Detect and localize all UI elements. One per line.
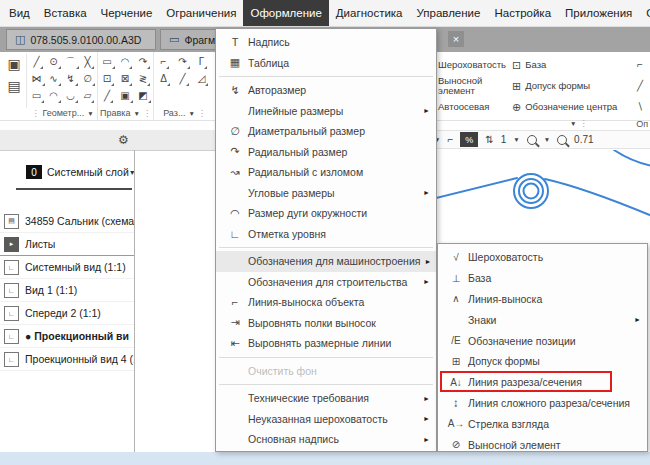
menu-item-lineynye-razmery[interactable]: Линейные размеры►	[216, 101, 436, 122]
chevron-down-icon[interactable]: ▼	[87, 110, 93, 117]
roughness-button[interactable]: Шероховатость	[438, 60, 510, 70]
save-icon[interactable]: ▣	[7, 56, 20, 72]
menu-nastroyka[interactable]: Настройка	[487, 0, 558, 26]
geometry-tool-icon[interactable]: ◡	[66, 91, 75, 101]
menu-upravlenie[interactable]: Управление	[410, 0, 488, 26]
menu-item-tablica[interactable]: ▦Таблица	[216, 53, 436, 74]
grip-icon[interactable]: ⋮	[31, 109, 39, 118]
dimension-tool-icon[interactable]: Δ	[160, 74, 167, 84]
chevron-down-icon[interactable]: ▼	[570, 120, 576, 127]
submenu-item-sherohovatost[interactable]: √Шероховатость	[438, 247, 647, 268]
menu-item-otmetka-urovnya[interactable]: ∟Отметка уровня	[216, 224, 436, 245]
group-label-annotations[interactable]: Оп	[636, 119, 648, 129]
submenu-item-baza[interactable]: ⊥База	[438, 268, 647, 289]
menu-item-uglovye-razmery[interactable]: Угловые размеры►	[216, 183, 436, 204]
geometry-tool-icon[interactable]: ∅	[83, 74, 92, 84]
edit-tool-icon[interactable]: ⊡	[103, 74, 111, 84]
tree-item-projection-view-4[interactable]: ∟Проекционный вид 4 (1	[0, 348, 134, 371]
edit-tool-icon[interactable]: ↷	[139, 57, 147, 67]
save-as-icon[interactable]: ▤	[7, 78, 20, 94]
center-mark-button[interactable]: ⊕Обозначение центра	[512, 102, 630, 112]
dimension-tool-icon[interactable]: Γ	[199, 57, 205, 67]
tab-close-button[interactable]: ×	[448, 31, 464, 47]
tab-document[interactable]: ◫ 078.505.9.0100.00.A3D	[6, 29, 156, 50]
menu-item-vyrovnyat-razmernye[interactable]: ⇤Выровнять размерные линии	[216, 333, 436, 354]
menu-item-radialnyj-razmer[interactable]: ↷Радиальный размер	[216, 142, 436, 163]
menu-item-radialnyj-s-izlomom[interactable]: ↝Радиальный с изломом	[216, 162, 436, 183]
menu-ogranicheniya[interactable]: Ограничения	[159, 0, 243, 26]
submenu-item-liniya-slozhnogo-razreza[interactable]: ↨Линия сложного разреза/сечения	[438, 393, 647, 414]
auto-centerline-button[interactable]: Автоосевая	[438, 102, 510, 112]
edit-tool-icon[interactable]: ◠	[121, 57, 130, 67]
geometry-tool-icon[interactable]: ╱	[33, 57, 39, 67]
tree-item-view-1[interactable]: ∟Вид 1 (1:1)	[0, 279, 134, 302]
menu-vstavka[interactable]: Вставка	[37, 0, 94, 26]
submenu-item-liniya-razreza-selected[interactable]: A↓Линия разреза/сечения	[438, 372, 647, 393]
geometry-tool-icon[interactable]: ⊙	[49, 57, 57, 67]
layer-selector[interactable]: 0 Системный слой ▼	[0, 162, 134, 182]
menu-item-neukazannaya-sherohovatost[interactable]: Неуказанная шероховатость►	[216, 409, 436, 430]
menu-item-avtorazmer[interactable]: ↯Авторазмер	[216, 80, 436, 101]
edit-tool-icon[interactable]: ▭	[102, 57, 111, 67]
dimension-tool-icon[interactable]: ⌐	[161, 57, 167, 67]
submenu-item-strelka-vzglyada[interactable]: A→Стрелка взгляда	[438, 413, 647, 434]
tree-item-document[interactable]: ▤34859 Сальник (схема о	[0, 210, 134, 233]
datum-button[interactable]: ⊡База	[512, 60, 630, 70]
submenu-item-oboznachenie-pozicii[interactable]: /EОбозначение позиции	[438, 330, 647, 351]
tree-item-front-2[interactable]: ∟Спереди 2 (1:1)	[0, 302, 134, 325]
dimension-tool-icon[interactable]: ╱	[179, 74, 185, 84]
zoom-area-icon[interactable]	[527, 135, 537, 145]
gear-icon[interactable]: ⚙	[118, 132, 129, 148]
edit-tool-icon[interactable]: ◩	[138, 91, 147, 101]
geometry-tool-icon[interactable]: ▭	[32, 91, 41, 101]
menu-diagnostika[interactable]: Диагностика	[329, 0, 410, 26]
menu-item-oboznacheniya-stroitelstvo[interactable]: Обозначения для строительства►	[216, 272, 436, 293]
menu-item-osnovnaya-nadpis[interactable]: Основная надпись►	[216, 429, 436, 450]
menu-prilozheniya[interactable]: Приложения	[558, 0, 639, 26]
geometry-tool-icon[interactable]: ▱	[84, 91, 92, 101]
geometry-tool-icon[interactable]: ⌒	[66, 57, 76, 67]
menu-item-nadpis[interactable]: TНадпись	[216, 32, 436, 53]
menu-item-liniya-vynoska-obekta[interactable]: ⌐Линия-выноска объекта	[216, 292, 436, 313]
line-icon[interactable]: ╱	[632, 80, 648, 91]
menu-okno[interactable]: Окно	[639, 0, 650, 26]
menu-cherchenie[interactable]: Черчение	[94, 0, 160, 26]
submenu-item-znaki[interactable]: Знаки►	[438, 309, 647, 330]
ortho-icon[interactable]: ⌐	[447, 134, 453, 145]
geometry-tool-icon[interactable]: ∿	[49, 74, 57, 84]
zoom-scale-icon[interactable]	[557, 135, 567, 145]
angle-line-icon[interactable]: ∖	[632, 101, 648, 112]
grip-icon[interactable]: ⋮	[143, 109, 151, 118]
submenu-item-liniya-vynoska[interactable]: ∧Линия-выноска	[438, 289, 647, 310]
edit-tool-icon[interactable]: ╱	[104, 91, 110, 101]
chevron-down-icon[interactable]: ▼	[188, 110, 194, 117]
detail-view-button[interactable]: Выносной элемент	[438, 76, 510, 96]
group-label-geometry[interactable]: Геометр...	[42, 108, 84, 118]
tree-item-system-view[interactable]: ∟Системный вид (1:1)	[0, 256, 134, 279]
dimension-icon[interactable]: ⌐	[632, 59, 648, 70]
chevron-down-icon[interactable]: ▼	[544, 136, 550, 143]
tree-item-projection-view-current[interactable]: ∟● Проекционный ви	[0, 325, 134, 348]
menu-item-tehnicheskie-trebovaniya[interactable]: Технические требования►	[216, 388, 436, 409]
drawing-canvas[interactable]	[430, 150, 650, 245]
menu-item-oboznacheniya-mashinostroenie[interactable]: Обозначения для машиностроения►	[216, 251, 436, 272]
form-tolerance-button[interactable]: ⊞Допуск формы	[512, 81, 630, 91]
group-label-edit[interactable]: Правка	[100, 108, 130, 118]
panel-divider[interactable]	[134, 150, 135, 452]
menu-oformlenie-active[interactable]: Оформление	[243, 0, 328, 26]
geometry-tool-icon[interactable]: ⋈	[32, 74, 42, 84]
menu-vid[interactable]: Вид	[2, 0, 37, 26]
group-label-dimensions[interactable]: Раз...	[163, 108, 185, 118]
edit-tool-icon[interactable]: ⊠	[121, 74, 129, 84]
chevron-down-icon[interactable]: ▼	[133, 110, 139, 117]
edit-tool-icon[interactable]: ≷	[139, 74, 147, 84]
submenu-item-dopusk-formy[interactable]: ⊞Допуск формы	[438, 351, 647, 372]
grip-icon[interactable]: ⋮	[198, 109, 206, 118]
geometry-tool-icon[interactable]: ◠	[49, 91, 58, 101]
geometry-tool-icon[interactable]: ╳	[84, 57, 90, 67]
submenu-item-vynosnoj-element[interactable]: ⊘Выносной элемент	[438, 434, 647, 452]
grip-icon[interactable]: ⋮	[579, 119, 587, 128]
snap-toggle-active[interactable]: %	[460, 132, 478, 147]
geometry-tool-icon[interactable]: ↯	[66, 74, 74, 84]
menu-item-razmer-dugi[interactable]: ◠Размер дуги окружности	[216, 203, 436, 224]
